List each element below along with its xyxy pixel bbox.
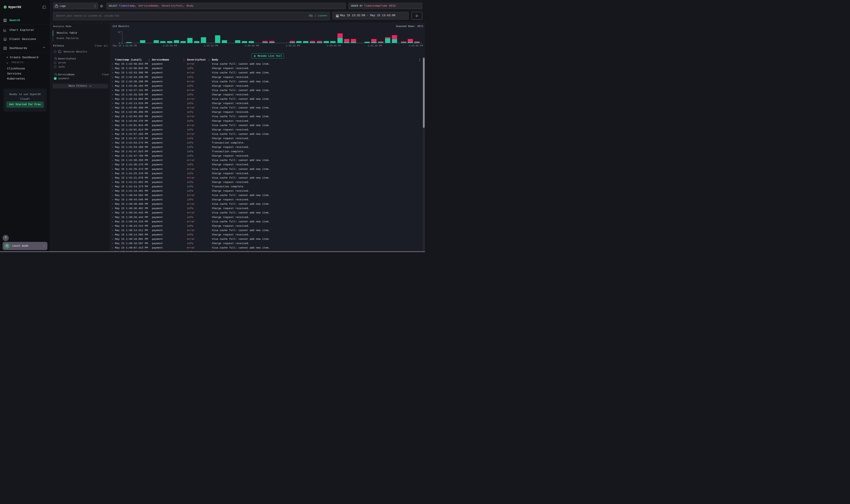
svg-text:1:35:15 PM: 1:35:15 PM [204, 44, 218, 47]
svg-text:1:36:45 PM: 1:36:45 PM [245, 44, 259, 47]
svg-text:12: 12 [118, 31, 121, 34]
svg-text:1:41:15 PM: 1:41:15 PM [368, 44, 382, 47]
svg-text:1:33:45 PM: 1:33:45 PM [163, 44, 177, 47]
svg-text:May 15 1:32:00 PM: May 15 1:32:00 PM [113, 44, 137, 47]
svg-text:1:42:45 PM: 1:42:45 PM [409, 44, 423, 47]
svg-text:0: 0 [119, 42, 120, 44]
svg-text:1:38:15 PM: 1:38:15 PM [286, 44, 300, 47]
svg-text:1:39:45 PM: 1:39:45 PM [327, 44, 341, 47]
